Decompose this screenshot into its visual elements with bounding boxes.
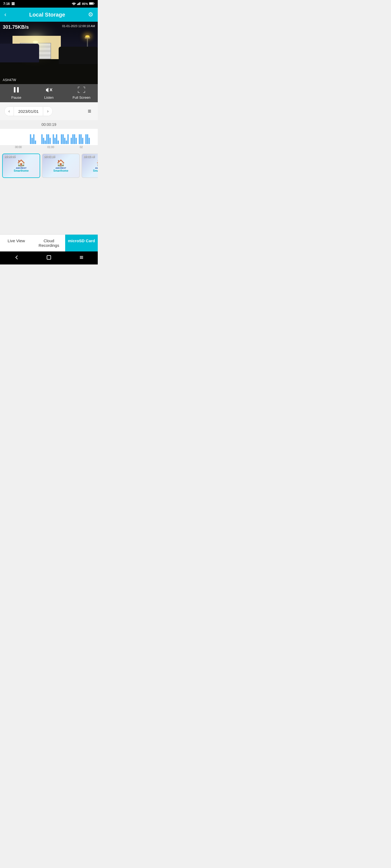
fullscreen-label: Full Screen [73, 95, 90, 99]
brand-name-2: AMCREST [93, 167, 98, 169]
thumbnail-1[interactable]: 🏠 AMCREST Smarthome 00:01:26 [42, 154, 80, 178]
svg-rect-9 [17, 87, 19, 93]
timeline-bar [74, 134, 75, 144]
empty-content-area [0, 180, 98, 235]
svg-rect-4 [80, 2, 81, 5]
thumbnail-time-0: 00:00:05 [4, 155, 15, 158]
android-recent-button[interactable] [79, 255, 84, 261]
camera-view: 301.75KB/s 01-01-2023 12:00:18 AM ASH47W [0, 22, 98, 84]
timeline-bar [30, 134, 31, 144]
timeline-bar [43, 138, 44, 144]
car-right [59, 46, 98, 64]
timeline-bar [80, 134, 82, 144]
pause-button[interactable]: Pause [0, 87, 33, 99]
amcrest-icon-1: 🏠 [53, 159, 68, 167]
settings-button[interactable]: ⚙ [88, 11, 93, 18]
timeline-bar [66, 141, 67, 144]
timeline-bar [67, 134, 69, 144]
status-bar-right: 85% [72, 2, 94, 6]
tab-bar: Live View CloudRecordings microSD Card [0, 235, 98, 251]
timeline-bar [46, 134, 48, 144]
back-button[interactable]: ‹ [4, 11, 6, 18]
timeline-bars [0, 129, 98, 145]
tab-cloud-recordings-label: CloudRecordings [38, 239, 59, 248]
timeline-bar [82, 138, 83, 144]
thumbnail-logo-0: 🏠 AMCREST Smarthome [13, 159, 29, 173]
timeline-bar [54, 138, 56, 144]
timestamp-display: 01-01-2023 12:00:18 AM [62, 24, 95, 28]
listen-button[interactable]: Listen [33, 87, 65, 99]
timeline-section: 00:00:19 00:00 01:00 02 [0, 120, 98, 151]
thumbnail-time-2: 00:02:48 [84, 155, 94, 158]
timeline-bar [79, 134, 80, 144]
brand-sub-0: Smarthome [13, 169, 29, 172]
current-date: 2023/01/01 [13, 107, 43, 116]
timeline-bar [49, 138, 51, 144]
svg-rect-0 [77, 4, 78, 5]
timeline-bar [53, 134, 54, 144]
wifi-icon [72, 2, 76, 6]
battery-level: 85% [82, 2, 88, 5]
thumbnail-0[interactable]: 🏠 AMCREST Smarthome 00:00:05 [2, 154, 40, 178]
timeline-bar [76, 138, 77, 144]
timeline-bar [35, 141, 36, 144]
timeline-bar [72, 134, 74, 144]
pause-label: Pause [11, 95, 22, 99]
date-navigator: ‹ 2023/01/01 › ≡ [0, 102, 98, 120]
timeline-bar [41, 134, 43, 144]
pause-icon [13, 87, 20, 94]
status-time: 7:16 [3, 2, 10, 6]
tab-microsd[interactable]: microSD Card [65, 235, 98, 251]
timeline-bar [71, 138, 72, 144]
svg-rect-3 [79, 2, 80, 5]
control-bar: Pause Listen Full Screen [0, 84, 98, 102]
timeline-track[interactable] [0, 129, 98, 145]
thumbnail-logo-2: 🏠 AMCREST Smarthome [93, 159, 98, 173]
gallery-icon: 🖼 [11, 2, 15, 6]
timeline-bar [85, 134, 87, 144]
timeline-bar [87, 134, 88, 144]
listen-label: Listen [44, 95, 54, 99]
timeline-bar [56, 134, 57, 144]
svg-rect-2 [79, 3, 79, 5]
next-date-button[interactable]: › [43, 106, 52, 116]
prev-date-button[interactable]: ‹ [5, 106, 13, 116]
tab-cloud-recordings[interactable]: CloudRecordings [33, 235, 65, 251]
brand-name-1: AMCREST [53, 167, 68, 169]
volume-mute-icon [45, 87, 52, 94]
timeline-label-2: 02 [80, 146, 83, 149]
android-back-button[interactable] [13, 255, 19, 261]
fullscreen-icon [78, 87, 85, 94]
tab-live-view-label: Live View [8, 239, 25, 243]
brand-sub-2: Smarthome [93, 169, 98, 172]
tab-microsd-label: microSD Card [68, 239, 95, 243]
tab-live-view[interactable]: Live View [0, 235, 33, 251]
timeline-labels: 00:00 01:00 02 [0, 145, 98, 149]
svg-rect-7 [89, 3, 93, 4]
bitrate-display: 301.75KB/s [3, 24, 29, 30]
amcrest-icon-2: 🏠 [93, 159, 98, 167]
signal-icon [77, 2, 81, 6]
menu-button[interactable]: ≡ [86, 105, 93, 117]
garage-light [33, 41, 38, 43]
timeline-bar [64, 138, 65, 144]
page-title: Local Storage [29, 12, 65, 18]
status-bar: 7:16 🖼 85% [0, 0, 98, 8]
fullscreen-button[interactable]: Full Screen [65, 87, 98, 99]
brand-name-0: AMCREST [13, 167, 29, 169]
status-bar-left: 7:16 🖼 [3, 2, 15, 6]
timeline-bar [88, 138, 90, 144]
timeline-bar [58, 141, 59, 144]
thumbnail-logo-1: 🏠 AMCREST Smarthome [53, 159, 68, 173]
thumbnail-2[interactable]: 🏠 AMCREST Smarthome 00:02:48 [81, 154, 98, 178]
android-nav-bar [0, 251, 98, 265]
battery-icon [89, 2, 94, 6]
car-left [0, 44, 39, 62]
android-home-button[interactable] [46, 255, 52, 261]
svg-rect-1 [78, 3, 79, 5]
timeline-bar [61, 134, 62, 144]
timeline-time: 00:00:19 [0, 121, 98, 129]
date-picker: ‹ 2023/01/01 › [4, 106, 53, 116]
thumbnail-time-1: 00:01:26 [44, 155, 55, 158]
header: ‹ Local Storage ⚙ [0, 8, 98, 22]
